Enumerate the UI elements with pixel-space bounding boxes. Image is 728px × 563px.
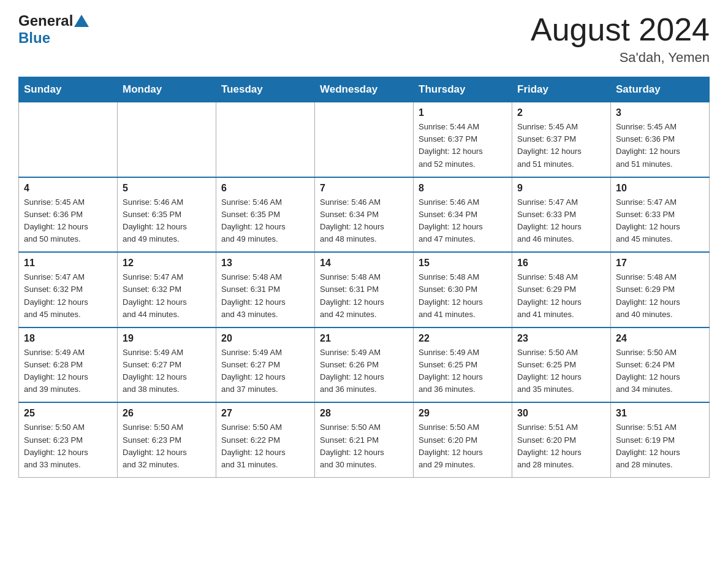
day-info: Sunrise: 5:48 AMSunset: 6:31 PMDaylight:… (320, 271, 408, 321)
calendar-cell: 5Sunrise: 5:46 AMSunset: 6:35 PMDaylight… (118, 177, 216, 253)
day-info: Sunrise: 5:46 AMSunset: 6:34 PMDaylight:… (320, 196, 408, 246)
day-number: 13 (221, 258, 309, 269)
day-info: Sunrise: 5:47 AMSunset: 6:33 PMDaylight:… (616, 196, 704, 246)
calendar-cell: 29Sunrise: 5:50 AMSunset: 6:20 PMDayligh… (414, 402, 512, 477)
calendar-cell: 31Sunrise: 5:51 AMSunset: 6:19 PMDayligh… (611, 402, 710, 477)
calendar-cell: 9Sunrise: 5:47 AMSunset: 6:33 PMDaylight… (512, 177, 611, 253)
day-info: Sunrise: 5:48 AMSunset: 6:29 PMDaylight:… (517, 271, 605, 321)
calendar-cell: 25Sunrise: 5:50 AMSunset: 6:23 PMDayligh… (19, 402, 118, 477)
day-info: Sunrise: 5:49 AMSunset: 6:27 PMDaylight:… (221, 347, 309, 396)
day-info: Sunrise: 5:49 AMSunset: 6:25 PMDaylight:… (419, 347, 507, 396)
logo-triangle-icon (74, 15, 89, 27)
day-number: 18 (24, 333, 112, 344)
calendar-cell: 7Sunrise: 5:46 AMSunset: 6:34 PMDaylight… (315, 177, 414, 253)
calendar-cell: 12Sunrise: 5:47 AMSunset: 6:32 PMDayligh… (118, 252, 216, 327)
logo-blue-text: Blue (18, 29, 50, 47)
location-text: Sa'dah, Yemen (531, 50, 710, 66)
day-number: 14 (320, 258, 408, 269)
day-number: 2 (517, 107, 605, 118)
day-info: Sunrise: 5:46 AMSunset: 6:34 PMDaylight:… (419, 196, 507, 246)
day-number: 30 (517, 408, 605, 419)
calendar-cell: 22Sunrise: 5:49 AMSunset: 6:25 PMDayligh… (414, 327, 512, 403)
day-info: Sunrise: 5:47 AMSunset: 6:32 PMDaylight:… (123, 271, 211, 321)
day-number: 10 (616, 183, 704, 194)
day-number: 11 (24, 258, 112, 269)
weekday-header-thursday: Thursday (414, 77, 512, 102)
day-number: 28 (320, 408, 408, 419)
calendar-cell: 16Sunrise: 5:48 AMSunset: 6:29 PMDayligh… (512, 252, 611, 327)
day-info: Sunrise: 5:51 AMSunset: 6:20 PMDaylight:… (517, 421, 605, 471)
day-info: Sunrise: 5:45 AMSunset: 6:37 PMDaylight:… (517, 121, 605, 170)
calendar-cell: 27Sunrise: 5:50 AMSunset: 6:22 PMDayligh… (216, 402, 315, 477)
calendar-cell (315, 102, 414, 177)
day-info: Sunrise: 5:45 AMSunset: 6:36 PMDaylight:… (24, 196, 112, 246)
day-number: 24 (616, 333, 704, 344)
month-title: August 2024 (531, 12, 710, 47)
calendar-week-row: 11Sunrise: 5:47 AMSunset: 6:32 PMDayligh… (19, 252, 710, 327)
calendar-cell: 11Sunrise: 5:47 AMSunset: 6:32 PMDayligh… (19, 252, 118, 327)
day-info: Sunrise: 5:49 AMSunset: 6:27 PMDaylight:… (123, 347, 211, 396)
day-info: Sunrise: 5:51 AMSunset: 6:19 PMDaylight:… (616, 421, 704, 471)
day-number: 8 (419, 183, 507, 194)
calendar-cell: 21Sunrise: 5:49 AMSunset: 6:26 PMDayligh… (315, 327, 414, 403)
calendar-cell: 4Sunrise: 5:45 AMSunset: 6:36 PMDaylight… (19, 177, 118, 253)
day-number: 9 (517, 183, 605, 194)
calendar-cell: 8Sunrise: 5:46 AMSunset: 6:34 PMDaylight… (414, 177, 512, 253)
calendar-cell: 15Sunrise: 5:48 AMSunset: 6:30 PMDayligh… (414, 252, 512, 327)
calendar-cell: 10Sunrise: 5:47 AMSunset: 6:33 PMDayligh… (611, 177, 710, 253)
calendar-cell: 2Sunrise: 5:45 AMSunset: 6:37 PMDaylight… (512, 102, 611, 177)
calendar-cell: 24Sunrise: 5:50 AMSunset: 6:24 PMDayligh… (611, 327, 710, 403)
calendar-cell: 14Sunrise: 5:48 AMSunset: 6:31 PMDayligh… (315, 252, 414, 327)
day-number: 19 (123, 333, 211, 344)
day-info: Sunrise: 5:49 AMSunset: 6:28 PMDaylight:… (24, 347, 112, 396)
calendar-week-row: 25Sunrise: 5:50 AMSunset: 6:23 PMDayligh… (19, 402, 710, 477)
day-info: Sunrise: 5:48 AMSunset: 6:31 PMDaylight:… (221, 271, 309, 321)
day-info: Sunrise: 5:50 AMSunset: 6:21 PMDaylight:… (320, 421, 408, 471)
calendar-cell: 23Sunrise: 5:50 AMSunset: 6:25 PMDayligh… (512, 327, 611, 403)
day-number: 25 (24, 408, 112, 419)
day-info: Sunrise: 5:47 AMSunset: 6:33 PMDaylight:… (517, 196, 605, 246)
day-info: Sunrise: 5:48 AMSunset: 6:30 PMDaylight:… (419, 271, 507, 321)
day-number: 26 (123, 408, 211, 419)
logo-general-text: General (18, 12, 73, 29)
weekday-header-friday: Friday (512, 77, 611, 102)
day-info: Sunrise: 5:47 AMSunset: 6:32 PMDaylight:… (24, 271, 112, 321)
calendar-week-row: 18Sunrise: 5:49 AMSunset: 6:28 PMDayligh… (19, 327, 710, 403)
day-number: 20 (221, 333, 309, 344)
day-number: 17 (616, 258, 704, 269)
calendar-cell: 20Sunrise: 5:49 AMSunset: 6:27 PMDayligh… (216, 327, 315, 403)
calendar-week-row: 1Sunrise: 5:44 AMSunset: 6:37 PMDaylight… (19, 102, 710, 177)
calendar-cell: 28Sunrise: 5:50 AMSunset: 6:21 PMDayligh… (315, 402, 414, 477)
day-info: Sunrise: 5:50 AMSunset: 6:23 PMDaylight:… (24, 421, 112, 471)
day-number: 6 (221, 183, 309, 194)
calendar-cell (19, 102, 118, 177)
day-info: Sunrise: 5:50 AMSunset: 6:23 PMDaylight:… (123, 421, 211, 471)
day-number: 29 (419, 408, 507, 419)
day-info: Sunrise: 5:44 AMSunset: 6:37 PMDaylight:… (419, 121, 507, 170)
day-number: 4 (24, 183, 112, 194)
calendar-cell: 19Sunrise: 5:49 AMSunset: 6:27 PMDayligh… (118, 327, 216, 403)
day-info: Sunrise: 5:50 AMSunset: 6:22 PMDaylight:… (221, 421, 309, 471)
day-info: Sunrise: 5:45 AMSunset: 6:36 PMDaylight:… (616, 121, 704, 170)
day-info: Sunrise: 5:46 AMSunset: 6:35 PMDaylight:… (221, 196, 309, 246)
day-info: Sunrise: 5:50 AMSunset: 6:20 PMDaylight:… (419, 421, 507, 471)
day-info: Sunrise: 5:50 AMSunset: 6:24 PMDaylight:… (616, 347, 704, 396)
weekday-header-monday: Monday (118, 77, 216, 102)
day-number: 12 (123, 258, 211, 269)
calendar-cell: 3Sunrise: 5:45 AMSunset: 6:36 PMDaylight… (611, 102, 710, 177)
calendar-week-row: 4Sunrise: 5:45 AMSunset: 6:36 PMDaylight… (19, 177, 710, 253)
calendar-cell: 26Sunrise: 5:50 AMSunset: 6:23 PMDayligh… (118, 402, 216, 477)
weekday-header-wednesday: Wednesday (315, 77, 414, 102)
calendar-cell: 6Sunrise: 5:46 AMSunset: 6:35 PMDaylight… (216, 177, 315, 253)
calendar-cell (216, 102, 315, 177)
day-number: 22 (419, 333, 507, 344)
day-info: Sunrise: 5:46 AMSunset: 6:35 PMDaylight:… (123, 196, 211, 246)
calendar-table: SundayMondayTuesdayWednesdayThursdayFrid… (18, 77, 710, 478)
day-number: 3 (616, 107, 704, 118)
day-number: 5 (123, 183, 211, 194)
day-number: 31 (616, 408, 704, 419)
day-number: 1 (419, 107, 507, 118)
weekday-header-tuesday: Tuesday (216, 77, 315, 102)
day-number: 27 (221, 408, 309, 419)
calendar-cell: 13Sunrise: 5:48 AMSunset: 6:31 PMDayligh… (216, 252, 315, 327)
